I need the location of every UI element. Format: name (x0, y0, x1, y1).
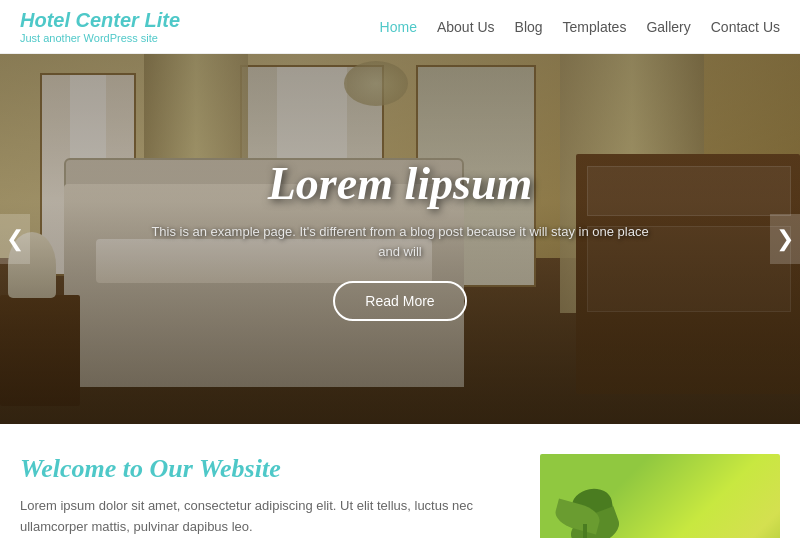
welcome-image (540, 454, 780, 538)
welcome-title-plain: Welcome to Our (20, 454, 199, 483)
hero-title: Lorem lipsum (150, 157, 650, 210)
hero-content: Lorem lipsum This is an example page. It… (150, 157, 650, 321)
logo-subtitle: Just another WordPress site (20, 32, 180, 44)
welcome-title: Welcome to Our Website (20, 454, 520, 484)
site-header: Hotel Center Lite Just another WordPress… (0, 0, 800, 54)
logo-text-main: Hotel Center (20, 9, 144, 31)
slider-arrow-left[interactable]: ❮ (0, 214, 30, 264)
logo-title: Hotel Center Lite (20, 9, 180, 32)
nav-blog[interactable]: Blog (515, 19, 543, 35)
logo-text-accent: Lite (144, 9, 180, 31)
logo: Hotel Center Lite Just another WordPress… (20, 9, 180, 44)
plant-decoration (550, 474, 620, 538)
plant-stem (583, 524, 587, 538)
welcome-title-accent: Website (199, 454, 281, 483)
slider-arrow-right[interactable]: ❯ (770, 214, 800, 264)
welcome-text-area: Welcome to Our Website Lorem ipsum dolor… (20, 454, 520, 538)
hero-subtitle: This is an example page. It's different … (150, 222, 650, 261)
nav-home[interactable]: Home (380, 19, 417, 35)
nav-gallery[interactable]: Gallery (646, 19, 690, 35)
hero-slider: ❮ Lorem lipsum This is an example page. … (0, 54, 800, 424)
hero-read-more-button[interactable]: Read More (333, 281, 466, 321)
welcome-body-text: Lorem ipsum dolor sit amet, consectetur … (20, 496, 520, 538)
nav-templates[interactable]: Templates (563, 19, 627, 35)
nav-about[interactable]: About Us (437, 19, 495, 35)
nav-contact[interactable]: Contact Us (711, 19, 780, 35)
main-nav: Home About Us Blog Templates Gallery Con… (380, 19, 780, 35)
welcome-section: Welcome to Our Website Lorem ipsum dolor… (0, 424, 800, 538)
